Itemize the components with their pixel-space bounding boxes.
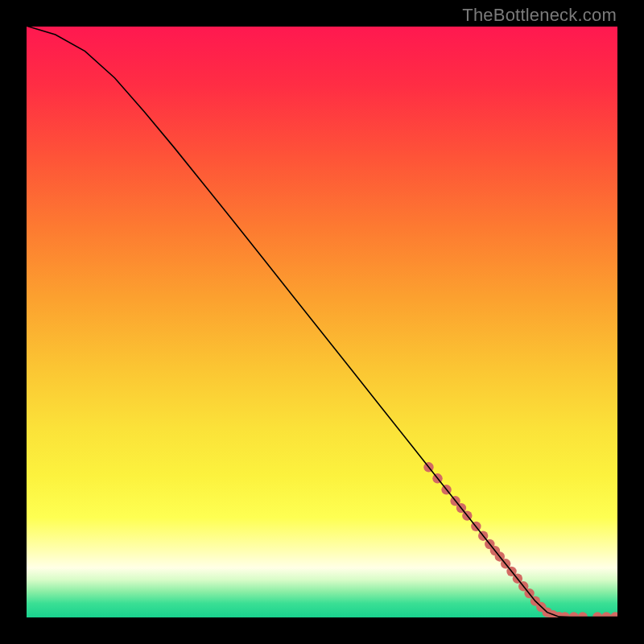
chart-area bbox=[26, 26, 618, 618]
chart-svg bbox=[26, 26, 618, 618]
watermark-text: TheBottleneck.com bbox=[462, 5, 617, 26]
gradient-background bbox=[26, 26, 618, 618]
